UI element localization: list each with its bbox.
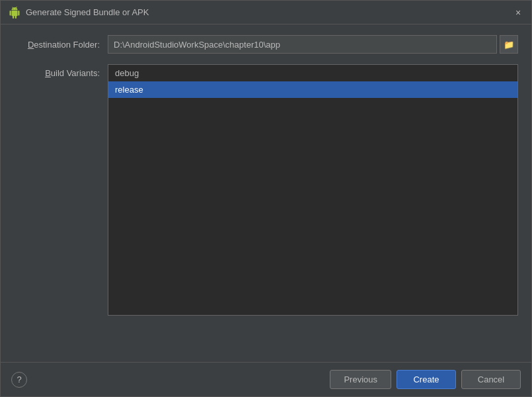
dest-label-underline: D <box>28 40 34 50</box>
browse-folder-button[interactable]: 📁 <box>500 35 518 54</box>
destination-folder-input[interactable] <box>108 35 497 54</box>
dialog-window: Generate Signed Bundle or APK × Destinat… <box>0 0 532 397</box>
create-button[interactable]: Create <box>397 370 456 389</box>
cancel-button[interactable]: Cancel <box>461 370 521 389</box>
footer-buttons: Previous Create Cancel <box>330 370 521 389</box>
build-variants-row: Build Variants: debug release <box>14 64 518 351</box>
title-bar: Generate Signed Bundle or APK × <box>1 1 531 24</box>
destination-folder-input-wrapper: 📁 <box>108 35 518 54</box>
build-variants-label: Build Variants: <box>14 64 100 78</box>
dialog-content: Destination Folder: 📁 Build Variants: de… <box>1 24 531 362</box>
close-button[interactable]: × <box>513 7 523 18</box>
destination-folder-label: Destination Folder: <box>14 40 100 50</box>
folder-icon: 📁 <box>504 40 514 50</box>
title-bar-left: Generate Signed Bundle or APK <box>9 7 149 19</box>
build-label-underline: B <box>45 68 51 78</box>
help-button[interactable]: ? <box>11 372 27 388</box>
previous-button[interactable]: Previous <box>330 370 391 389</box>
build-variants-listbox[interactable]: debug release <box>108 64 518 316</box>
dialog-footer: ? Previous Create Cancel <box>1 362 531 396</box>
dialog-title: Generate Signed Bundle or APK <box>26 7 149 17</box>
destination-folder-row: Destination Folder: 📁 <box>14 35 518 54</box>
list-item-debug[interactable]: debug <box>108 65 517 81</box>
android-icon <box>9 7 20 19</box>
list-item-release[interactable]: release <box>108 81 517 98</box>
